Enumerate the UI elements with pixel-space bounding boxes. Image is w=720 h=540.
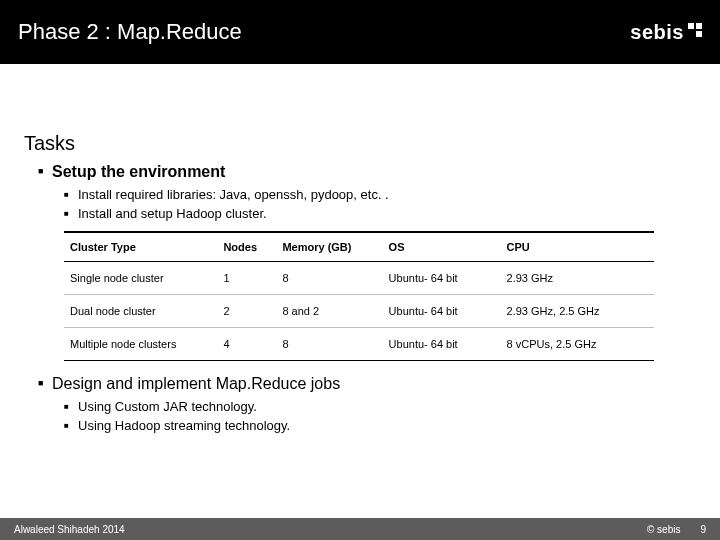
design-item: Design and implement Map.Reduce jobs Usi… bbox=[38, 375, 696, 433]
design-label: Design and implement Map.Reduce jobs bbox=[52, 375, 340, 392]
th-cpu: CPU bbox=[501, 232, 654, 262]
footer-bar: Alwaleed Shihadeh 2014 © sebis 9 bbox=[0, 518, 720, 540]
logo-text: sebis bbox=[630, 21, 684, 44]
cell: 2 bbox=[217, 295, 276, 328]
slide: Phase 2 : Map.Reduce sebis Tasks Setup t… bbox=[0, 0, 720, 540]
cell: Ubuntu- 64 bit bbox=[383, 328, 501, 361]
logo-dots-icon bbox=[688, 23, 702, 37]
slide-title: Phase 2 : Map.Reduce bbox=[18, 19, 242, 45]
cell: Dual node cluster bbox=[64, 295, 217, 328]
title-bar: Phase 2 : Map.Reduce sebis bbox=[0, 0, 720, 64]
table-row: Dual node cluster 2 8 and 2 Ubuntu- 64 b… bbox=[64, 295, 654, 328]
list-item: Install and setup Hadoop cluster. bbox=[64, 206, 696, 221]
list-item: Using Custom JAR technology. bbox=[64, 399, 696, 414]
table-header-row: Cluster Type Nodes Memory (GB) OS CPU bbox=[64, 232, 654, 262]
table-row: Single node cluster 1 8 Ubuntu- 64 bit 2… bbox=[64, 262, 654, 295]
cell: 8 vCPUs, 2.5 GHz bbox=[501, 328, 654, 361]
slide-body: Tasks Setup the environment Install requ… bbox=[0, 64, 720, 540]
setup-sublist: Install required libraries: Java, openss… bbox=[64, 187, 696, 221]
section-heading: Tasks bbox=[24, 132, 696, 155]
cell: 1 bbox=[217, 262, 276, 295]
cell: Ubuntu- 64 bit bbox=[383, 295, 501, 328]
footer-right: © sebis 9 bbox=[647, 524, 706, 535]
th-cluster-type: Cluster Type bbox=[64, 232, 217, 262]
th-memory: Memory (GB) bbox=[276, 232, 382, 262]
setup-item: Setup the environment Install required l… bbox=[38, 163, 696, 221]
top-list: Setup the environment Install required l… bbox=[38, 163, 696, 221]
cell: Ubuntu- 64 bit bbox=[383, 262, 501, 295]
cell: 8 bbox=[276, 262, 382, 295]
footer-page-number: 9 bbox=[700, 524, 706, 535]
footer-copyright: © sebis bbox=[647, 524, 681, 535]
cluster-table-wrap: Cluster Type Nodes Memory (GB) OS CPU Si… bbox=[64, 231, 654, 361]
list-item: Install required libraries: Java, openss… bbox=[64, 187, 696, 202]
th-nodes: Nodes bbox=[217, 232, 276, 262]
cell: 8 and 2 bbox=[276, 295, 382, 328]
footer-author: Alwaleed Shihadeh 2014 bbox=[14, 524, 125, 535]
cell: 8 bbox=[276, 328, 382, 361]
design-list: Design and implement Map.Reduce jobs Usi… bbox=[38, 375, 696, 433]
list-item: Using Hadoop streaming technology. bbox=[64, 418, 696, 433]
cluster-table: Cluster Type Nodes Memory (GB) OS CPU Si… bbox=[64, 231, 654, 361]
cell: Single node cluster bbox=[64, 262, 217, 295]
cell: 2.93 GHz, 2.5 GHz bbox=[501, 295, 654, 328]
th-os: OS bbox=[383, 232, 501, 262]
cell: 2.93 GHz bbox=[501, 262, 654, 295]
table-row: Multiple node clusters 4 8 Ubuntu- 64 bi… bbox=[64, 328, 654, 361]
sebis-logo: sebis bbox=[630, 21, 702, 44]
design-sublist: Using Custom JAR technology. Using Hadoo… bbox=[64, 399, 696, 433]
setup-label: Setup the environment bbox=[52, 163, 225, 180]
cell: 4 bbox=[217, 328, 276, 361]
cell: Multiple node clusters bbox=[64, 328, 217, 361]
